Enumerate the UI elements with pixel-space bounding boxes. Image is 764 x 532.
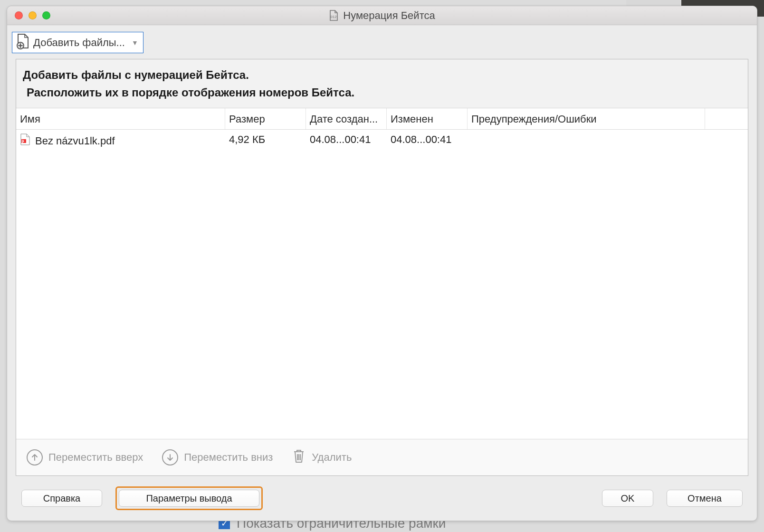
list-actions-bar: Переместить вверх Переместить вниз Удали… [16,439,748,475]
table-row[interactable]: Bez názvu1lk.pdf 4,92 КБ 04.08...00:41 0… [16,130,748,152]
cell-size: 4,92 КБ [225,130,306,152]
cell-name: Bez názvu1lk.pdf [35,135,115,147]
instructions-panel: Добавить файлы с нумерацией Бейтса. Расп… [16,59,748,108]
cancel-button[interactable]: Отмена [667,490,743,507]
column-header-modified[interactable]: Изменен [387,108,468,129]
bates-numbering-dialog: 012 Нумерация Бейтса Добавить файлы... ▼… [7,6,757,521]
cell-end [705,130,748,152]
ok-label: OK [621,493,635,504]
dialog-button-bar: Справка Параметры вывода OK Отмена [7,476,757,521]
arrow-down-icon [162,449,178,466]
window-title: Нумерация Бейтса [343,10,435,22]
minimize-window-button[interactable] [29,11,37,19]
column-header-created[interactable]: Дате создан... [306,108,387,129]
column-header-size[interactable]: Размер [225,108,306,129]
instruction-line-1: Добавить файлы с нумерацией Бейтса. [23,67,741,84]
add-files-dropdown[interactable]: Добавить файлы... ▼ [12,32,143,53]
pdf-file-icon [20,133,30,149]
file-list-frame: Добавить файлы с нумерацией Бейтса. Расп… [16,59,748,476]
cell-warnings [468,130,705,152]
toolbar: Добавить файлы... ▼ [7,25,757,59]
output-options-highlight: Параметры вывода [115,486,263,510]
table-body: Bez názvu1lk.pdf 4,92 КБ 04.08...00:41 0… [16,130,748,439]
svg-text:012: 012 [331,15,337,19]
output-options-button[interactable]: Параметры вывода [119,490,259,507]
window-controls [7,11,50,19]
ok-button[interactable]: OK [602,490,653,507]
delete-button[interactable]: Удалить [292,448,352,467]
cancel-label: Отмена [688,493,722,504]
instruction-line-2: Расположить их в порядке отображения ном… [23,85,741,101]
delete-label: Удалить [312,451,352,464]
add-file-icon [16,33,29,52]
cell-modified: 04.08...00:41 [387,130,468,152]
move-up-button[interactable]: Переместить вверх [27,449,143,466]
cell-created: 04.08...00:41 [306,130,387,152]
help-button[interactable]: Справка [21,490,102,507]
column-header-name[interactable]: Имя [16,108,225,129]
trash-icon [292,448,306,467]
arrow-up-icon [27,449,43,466]
add-files-label: Добавить файлы... [33,37,125,49]
move-down-label: Переместить вниз [184,451,273,464]
document-numbering-icon: 012 [329,10,338,21]
output-options-label: Параметры вывода [146,493,232,504]
titlebar: 012 Нумерация Бейтса [7,6,757,25]
column-header-spacer [705,108,748,129]
chevron-down-icon: ▼ [132,39,138,47]
column-header-warnings[interactable]: Предупреждения/Ошибки [468,108,705,129]
close-window-button[interactable] [15,11,23,19]
zoom-window-button[interactable] [42,11,50,19]
move-down-button[interactable]: Переместить вниз [162,449,273,466]
move-up-label: Переместить вверх [48,451,143,464]
table-header: Имя Размер Дате создан... Изменен Предуп… [16,108,748,130]
help-label: Справка [43,493,80,504]
